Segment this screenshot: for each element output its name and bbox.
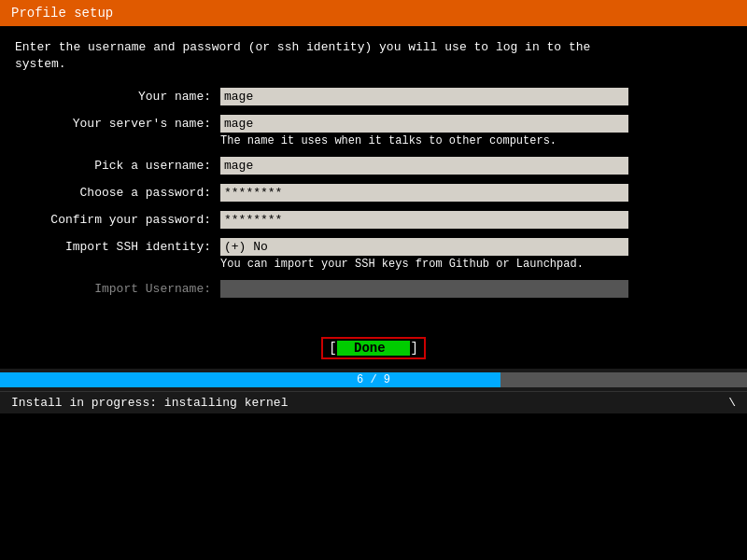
done-button[interactable]: [ Done ] [329, 341, 418, 356]
password-input[interactable] [220, 184, 628, 202]
bracket-left: [ [329, 341, 336, 356]
bracket-right: ] [410, 341, 417, 356]
username-group [220, 157, 732, 175]
password-group [220, 184, 732, 202]
import-username-input[interactable] [220, 280, 628, 298]
progress-label: 6 / 9 [0, 373, 747, 386]
progress-bar-container: 6 / 9 [0, 372, 747, 387]
done-button-wrapper: [ Done ] [321, 337, 426, 359]
password-label: Choose a password: [15, 184, 220, 200]
import-username-label: Import Username: [15, 280, 220, 296]
title-label: Profile setup [11, 6, 113, 21]
password-row: Choose a password: [15, 184, 732, 202]
your-name-input[interactable] [220, 88, 628, 105]
description-text: Enter the username and password (or ssh … [15, 39, 732, 73]
server-name-hint: The name it uses when it talks to other … [220, 134, 628, 147]
confirm-password-label: Confirm your password: [15, 211, 220, 227]
title-bar: Profile setup [0, 0, 747, 26]
username-row: Pick a username: [15, 157, 732, 175]
ssh-identity-hint: You can import your SSH keys from Github… [220, 258, 628, 271]
ssh-identity-group: (+) No You can import your SSH keys from… [220, 238, 732, 271]
server-name-input[interactable] [220, 115, 628, 133]
import-username-row: Import Username: [15, 280, 732, 298]
server-name-row: Your server's name: The name it uses whe… [15, 115, 732, 147]
server-name-group: The name it uses when it talks to other … [220, 115, 732, 147]
your-name-label: Your name: [15, 88, 220, 104]
status-indicator: \ [728, 396, 736, 410]
progress-area: 6 / 9 [0, 369, 747, 391]
confirm-password-row: Confirm your password: [15, 211, 732, 229]
username-label: Pick a username: [15, 157, 220, 173]
ssh-identity-label: Import SSH identity: [15, 238, 220, 254]
your-name-row: Your name: [15, 88, 732, 105]
done-label: Done [337, 341, 411, 356]
username-input[interactable] [220, 157, 628, 175]
status-message: Install in progress: installing kernel [11, 396, 288, 410]
ssh-identity-row: Import SSH identity: (+) No You can impo… [15, 238, 732, 271]
main-content: Enter the username and password (or ssh … [0, 26, 747, 315]
confirm-password-input[interactable] [220, 211, 628, 229]
your-name-group [220, 88, 732, 105]
button-area: [ Done ] [0, 337, 747, 359]
confirm-password-group [220, 211, 732, 229]
import-username-group [220, 280, 732, 298]
status-bar: Install in progress: installing kernel \ [0, 391, 747, 413]
server-name-label: Your server's name: [15, 115, 220, 131]
ssh-identity-select[interactable]: (+) No [220, 238, 628, 256]
